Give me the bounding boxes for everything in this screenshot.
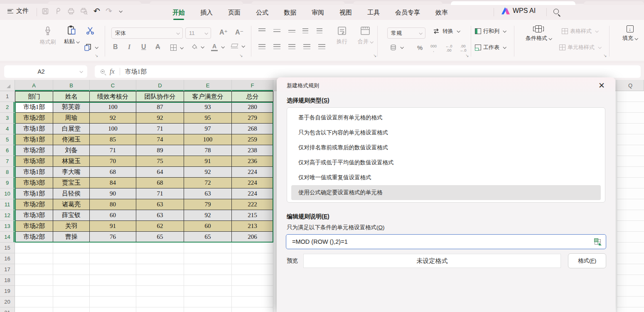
row-header-13[interactable]: 13 [0, 221, 15, 232]
convert-button[interactable]: 转换 [432, 27, 460, 35]
empty-cell[interactable] [232, 307, 273, 312]
data-cell[interactable]: 85 [90, 134, 136, 145]
row-header-6[interactable]: 6 [0, 145, 15, 156]
rule-formula-input[interactable]: =MOD (ROW (),2)=1 [286, 234, 606, 249]
rule-type-item[interactable]: 仅对高于或低于平均值的数值设置格式 [291, 155, 601, 170]
comma-style-button[interactable]: 000, [430, 44, 437, 52]
empty-cell[interactable] [15, 275, 53, 286]
empty-cell[interactable] [90, 275, 136, 286]
italic-button[interactable]: I [128, 43, 130, 51]
fill-button[interactable]: ↓ 填充 [619, 25, 641, 42]
number-format-select[interactable]: 常规 [387, 27, 425, 39]
menu-tab-公式[interactable]: 公式 [256, 7, 268, 17]
menu-tab-数据[interactable]: 数据 [284, 7, 296, 17]
menu-tab-会员专享[interactable]: 会员专享 [395, 7, 420, 17]
active-cell[interactable]: 市场1部 [15, 102, 53, 113]
percent-style-button[interactable]: % [417, 44, 423, 51]
empty-cell[interactable] [136, 307, 184, 312]
data-cell[interactable]: 71 [90, 145, 136, 156]
redo-icon[interactable]: ↷ [106, 7, 112, 16]
empty-cell[interactable] [184, 307, 232, 312]
data-cell[interactable]: 224 [232, 188, 273, 199]
data-cell[interactable]: 市场3部 [15, 178, 53, 188]
row-header-15[interactable]: 15 [0, 243, 15, 253]
data-cell[interactable]: 65 [184, 232, 232, 243]
borders-button[interactable] [170, 45, 183, 51]
empty-cell[interactable] [53, 264, 90, 275]
undo-icon[interactable]: ↶ [93, 7, 100, 16]
data-cell[interactable]: 65 [136, 232, 184, 243]
data-cell[interactable]: 曹操 [53, 232, 90, 243]
empty-cell[interactable] [53, 297, 90, 307]
header-cell[interactable]: 客户满意分 [184, 91, 232, 102]
data-cell[interactable]: 100 [184, 134, 232, 145]
data-cell[interactable]: 84 [90, 178, 136, 188]
data-cell[interactable]: 89 [136, 145, 184, 156]
column-header-B[interactable]: B [53, 80, 90, 91]
data-cell[interactable]: 63 [184, 188, 232, 199]
wrap-text-button[interactable]: 换行 [332, 26, 351, 45]
data-cell[interactable]: 76 [90, 232, 136, 243]
rule-type-item[interactable]: 仅对排名靠前或靠后的数值设置格式 [291, 140, 601, 155]
data-cell[interactable]: 91 [90, 221, 136, 232]
data-cell[interactable]: 95 [184, 113, 232, 124]
row-header-20[interactable]: 20 [0, 297, 15, 307]
rule-type-item[interactable]: 使用公式确定要设置格式的单元格 [291, 185, 601, 200]
font-name-select[interactable]: 宋体 [111, 27, 183, 39]
menu-tab-视图[interactable]: 视图 [339, 7, 352, 17]
row-header-9[interactable]: 9 [0, 178, 15, 188]
data-cell[interactable]: 市场2部 [15, 232, 53, 243]
data-cell[interactable]: 白展堂 [53, 124, 90, 134]
data-cell[interactable]: 李大嘴 [53, 167, 90, 178]
empty-cell[interactable] [53, 243, 90, 253]
data-cell[interactable]: 224 [232, 178, 273, 188]
data-cell[interactable]: 周瑜 [53, 113, 90, 124]
data-cell[interactable]: 市场1部 [15, 124, 53, 134]
quick-access-more-icon[interactable] [119, 9, 122, 12]
row-header-7[interactable]: 7 [0, 156, 15, 167]
header-cell[interactable]: 姓名 [53, 91, 90, 102]
data-cell[interactable]: 64 [136, 167, 184, 178]
header-cell[interactable]: 部门 [15, 91, 53, 102]
column-header-D[interactable]: D [136, 80, 184, 91]
indent-decrease-icon[interactable] [302, 28, 308, 34]
row-header-21[interactable]: 21 [0, 307, 15, 312]
eraser-button[interactable] [231, 44, 244, 48]
data-cell[interactable]: 市场1部 [15, 134, 53, 145]
name-box[interactable]: A2 [4, 65, 87, 78]
data-cell[interactable]: 92 [184, 167, 232, 178]
formula-zoom-icon[interactable] [101, 69, 105, 74]
data-cell[interactable]: 市场3部 [15, 210, 53, 221]
conditional-format-button[interactable]: 条件格式 [519, 25, 558, 42]
data-cell[interactable]: 206 [232, 232, 273, 243]
merge-cells-button[interactable]: 合并 [355, 26, 376, 45]
row-header-4[interactable]: 4 [0, 124, 15, 134]
data-cell[interactable]: 68 [136, 178, 184, 188]
align-bottom-icon[interactable] [288, 30, 295, 32]
column-header-C[interactable]: C [90, 80, 136, 91]
data-cell[interactable]: 93 [184, 102, 232, 113]
empty-cell[interactable] [53, 253, 90, 264]
data-cell[interactable]: 259 [232, 134, 273, 145]
cut-icon[interactable] [86, 27, 94, 35]
data-cell[interactable]: 71 [136, 188, 184, 199]
save-icon[interactable] [42, 7, 49, 15]
empty-cell[interactable] [232, 243, 273, 253]
print-preview-icon[interactable] [80, 7, 88, 15]
font-size-select[interactable]: 11 [185, 27, 211, 39]
row-header-10[interactable]: 10 [0, 188, 15, 199]
export-pdf-icon[interactable] [54, 7, 62, 15]
empty-cell[interactable] [136, 286, 184, 297]
table-style-button[interactable]: 表格样式 [562, 27, 598, 35]
data-cell[interactable]: 268 [232, 124, 273, 134]
print-icon[interactable] [67, 7, 75, 15]
data-cell[interactable]: 60 [184, 221, 232, 232]
empty-cell[interactable] [90, 307, 136, 312]
empty-cell[interactable] [136, 275, 184, 286]
increase-decimal-button[interactable]: ←.0 .00 [445, 44, 452, 52]
menu-tab-工具[interactable]: 工具 [367, 7, 380, 17]
data-cell[interactable]: 贾宝玉 [53, 178, 90, 188]
empty-cell[interactable] [90, 264, 136, 275]
row-header-18[interactable]: 18 [0, 275, 15, 286]
data-cell[interactable]: 60 [90, 210, 136, 221]
